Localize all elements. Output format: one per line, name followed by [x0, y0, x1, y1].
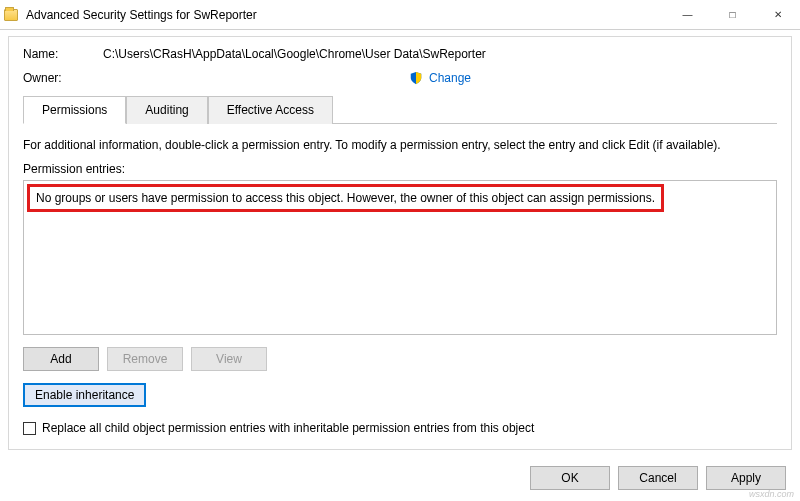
view-button: View: [191, 347, 267, 371]
window-title: Advanced Security Settings for SwReporte…: [22, 8, 665, 22]
entry-buttons: Add Remove View: [23, 347, 777, 371]
tab-effective-access[interactable]: Effective Access: [208, 96, 333, 124]
replace-row: Replace all child object permission entr…: [23, 421, 777, 435]
info-text: For additional information, double-click…: [23, 138, 777, 152]
shield-icon: [409, 71, 423, 85]
change-owner-link[interactable]: Change: [429, 71, 471, 85]
replace-checkbox[interactable]: [23, 422, 36, 435]
owner-change-group: Change: [103, 71, 777, 85]
remove-button: Remove: [107, 347, 183, 371]
window-controls: — □ ✕: [665, 0, 800, 29]
dialog-content: Name: C:\Users\CRasH\AppData\Local\Googl…: [8, 36, 792, 450]
minimize-button[interactable]: —: [665, 0, 710, 29]
name-value: C:\Users\CRasH\AppData\Local\Google\Chro…: [103, 47, 486, 61]
name-label: Name:: [23, 47, 103, 61]
entries-label: Permission entries:: [23, 162, 777, 176]
close-button[interactable]: ✕: [755, 0, 800, 29]
replace-label: Replace all child object permission entr…: [42, 421, 534, 435]
inheritance-buttons: Enable inheritance: [23, 383, 777, 407]
ok-button[interactable]: OK: [530, 466, 610, 490]
folder-icon: [0, 9, 22, 21]
dialog-footer: OK Cancel Apply: [0, 458, 800, 500]
apply-button[interactable]: Apply: [706, 466, 786, 490]
enable-inheritance-button[interactable]: Enable inheritance: [23, 383, 146, 407]
owner-row: Owner: Change: [23, 71, 777, 85]
tab-auditing[interactable]: Auditing: [126, 96, 207, 124]
permission-entries-list[interactable]: No groups or users have permission to ac…: [23, 180, 777, 335]
cancel-button[interactable]: Cancel: [618, 466, 698, 490]
add-button[interactable]: Add: [23, 347, 99, 371]
name-row: Name: C:\Users\CRasH\AppData\Local\Googl…: [23, 47, 777, 61]
empty-permissions-message: No groups or users have permission to ac…: [27, 184, 664, 212]
watermark: wsxdn.com: [749, 489, 794, 499]
tab-strip: Permissions Auditing Effective Access: [23, 95, 777, 124]
maximize-button[interactable]: □: [710, 0, 755, 29]
titlebar: Advanced Security Settings for SwReporte…: [0, 0, 800, 30]
owner-label: Owner:: [23, 71, 103, 85]
tab-permissions[interactable]: Permissions: [23, 96, 126, 124]
